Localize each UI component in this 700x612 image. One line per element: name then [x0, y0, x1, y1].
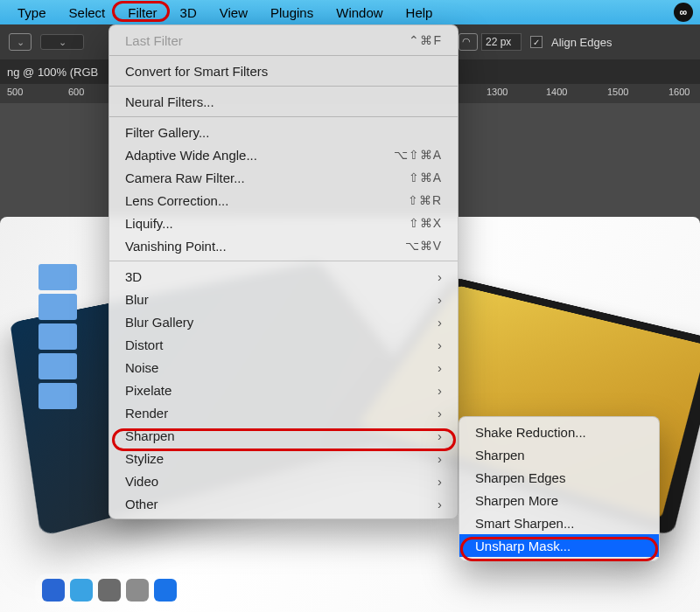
chevron-right-icon: ›	[438, 451, 442, 466]
menu-item-sharpen-basic[interactable]: Sharpen	[459, 443, 659, 466]
menu-separator	[109, 55, 458, 56]
menu-item-blur[interactable]: Blur ›	[109, 288, 458, 310]
menu-item-filter-gallery[interactable]: Filter Gallery...	[109, 121, 458, 143]
creative-cloud-icon[interactable]	[674, 3, 693, 22]
menu-item-sharpen-more[interactable]: Sharpen More	[459, 489, 659, 511]
menu-item-label: Pixelate	[125, 383, 429, 398]
chevron-right-icon: ›	[438, 337, 442, 352]
align-edges-checkbox[interactable]	[530, 36, 542, 48]
menu-item-label: Last Filter	[125, 33, 400, 48]
corner-radius-group	[458, 33, 522, 51]
menu-item-smart-sharpen[interactable]: Smart Sharpen...	[459, 511, 659, 534]
corner-radius-input[interactable]	[481, 33, 522, 51]
menu-item-other[interactable]: Other ›	[109, 492, 458, 515]
menu-item-label: Vanishing Point...	[125, 239, 396, 254]
menu-plugins[interactable]: Plugins	[260, 2, 324, 24]
menu-item-video[interactable]: Video ›	[109, 469, 458, 492]
menu-item-label: Blur	[125, 292, 429, 307]
menu-separator	[109, 261, 458, 261]
align-edges-label: Align Edges	[551, 36, 612, 49]
menu-separator	[109, 116, 458, 117]
menu-item-camera-raw[interactable]: Camera Raw Filter... ⇧⌘A	[109, 166, 458, 189]
menu-item-shortcut: ⇧⌘A	[409, 170, 442, 184]
menu-item-stylize[interactable]: Stylize ›	[109, 447, 458, 469]
shape-tool-picker[interactable]	[9, 33, 32, 51]
menu-item-label: Distort	[125, 337, 429, 352]
ruler-tick-label: 1600	[668, 87, 690, 97]
menu-item-render[interactable]: Render ›	[109, 401, 458, 424]
menu-type[interactable]: Type	[7, 2, 57, 24]
menu-item-unsharp-mask[interactable]: Unsharp Mask...	[459, 534, 659, 557]
menu-help[interactable]: Help	[396, 2, 444, 24]
menu-item-label: Blur Gallery	[125, 315, 429, 330]
menu-item-blur-gallery[interactable]: Blur Gallery ›	[109, 310, 458, 333]
ruler-tick-label: 1400	[546, 87, 567, 97]
menu-3d[interactable]: 3D	[170, 2, 207, 24]
sharpen-submenu-panel: Shake Reduction... Sharpen Sharpen Edges…	[458, 416, 660, 561]
menu-item-neural-filters[interactable]: Neural Filters...	[109, 90, 458, 113]
menu-item-vanishing-point[interactable]: Vanishing Point... ⌥⌘V	[109, 234, 458, 257]
menu-item-label: Filter Gallery...	[125, 125, 433, 140]
chevron-right-icon: ›	[438, 360, 442, 375]
ruler-tick-label: 1500	[607, 87, 628, 97]
menu-item-sharpen[interactable]: Sharpen ›	[109, 424, 458, 447]
menu-item-label: Sharpen More	[475, 493, 643, 508]
chevron-right-icon: ›	[438, 428, 442, 443]
menu-item-distort[interactable]: Distort ›	[109, 333, 458, 356]
image-thumbstrip	[38, 261, 80, 413]
menu-item-shortcut: ⇧⌘R	[408, 193, 442, 207]
ruler-tick-label: 600	[68, 87, 84, 97]
menu-item-label: 3D	[125, 269, 429, 284]
menu-item-label: Smart Sharpen...	[475, 516, 643, 531]
menu-item-pixelate[interactable]: Pixelate ›	[109, 379, 458, 401]
chevron-right-icon: ›	[438, 383, 442, 398]
menu-item-label: Sharpen	[475, 448, 643, 462]
menu-item-sharpen-edges[interactable]: Sharpen Edges	[459, 466, 659, 489]
menu-item-shortcut: ⌥⌘V	[405, 239, 442, 253]
menu-item-label: Other	[125, 497, 429, 511]
menu-item-noise[interactable]: Noise ›	[109, 356, 458, 379]
menu-item-adaptive-wide-angle[interactable]: Adaptive Wide Angle... ⌥⇧⌘A	[109, 143, 458, 166]
ruler-tick-label: 1300	[486, 87, 508, 97]
chevron-right-icon: ›	[438, 474, 442, 489]
stroke-style-picker[interactable]	[40, 34, 84, 50]
menu-item-label: Unsharp Mask...	[475, 539, 643, 553]
chevron-right-icon: ›	[438, 406, 442, 421]
menu-item-label: Sharpen	[125, 428, 429, 443]
menu-window[interactable]: Window	[326, 2, 393, 24]
menu-item-lens-correction[interactable]: Lens Correction... ⇧⌘R	[109, 189, 458, 212]
chevron-right-icon: ›	[438, 315, 442, 330]
chevron-right-icon: ›	[438, 292, 442, 307]
menu-item-label: Adaptive Wide Angle...	[125, 148, 385, 163]
chevron-right-icon: ›	[438, 269, 442, 284]
menu-item-shortcut: ⌃⌘F	[409, 33, 442, 47]
menu-item-liquify[interactable]: Liquify... ⇧⌘X	[109, 212, 458, 234]
menu-item-shake-reduction[interactable]: Shake Reduction...	[459, 421, 659, 443]
menu-item-label: Sharpen Edges	[475, 470, 643, 485]
menu-item-convert-smart-filters[interactable]: Convert for Smart Filters	[109, 59, 458, 82]
menu-item-last-filter[interactable]: Last Filter ⌃⌘F	[109, 29, 458, 52]
menu-item-label: Stylize	[125, 451, 429, 466]
menu-item-label: Lens Correction...	[125, 193, 399, 208]
menu-item-label: Shake Reduction...	[475, 425, 643, 440]
menu-filter[interactable]: Filter	[117, 2, 167, 24]
menu-select[interactable]: Select	[59, 2, 116, 24]
menu-item-label: Camera Raw Filter...	[125, 170, 400, 185]
menu-item-label: Noise	[125, 360, 429, 375]
document-title: ng @ 100% (RGB	[7, 66, 98, 79]
menu-view[interactable]: View	[209, 2, 258, 24]
chevron-right-icon: ›	[438, 497, 442, 511]
menu-item-shortcut: ⇧⌘X	[409, 216, 442, 230]
menu-item-label: Render	[125, 406, 429, 421]
menu-item-3d[interactable]: 3D ›	[109, 265, 458, 288]
menu-item-label: Video	[125, 474, 429, 489]
filter-menu-panel: Last Filter ⌃⌘F Convert for Smart Filter…	[108, 24, 458, 519]
app-menubar: Type Select Filter 3D View Plugins Windo…	[0, 0, 700, 24]
menu-separator	[109, 86, 458, 87]
ruler-tick-label: 500	[7, 87, 23, 97]
menu-item-label: Liquify...	[125, 216, 400, 231]
corner-radius-icon	[458, 33, 478, 51]
menu-item-label: Convert for Smart Filters	[125, 64, 442, 79]
menu-item-shortcut: ⌥⇧⌘A	[394, 148, 442, 162]
menu-item-label: Neural Filters...	[125, 94, 442, 109]
